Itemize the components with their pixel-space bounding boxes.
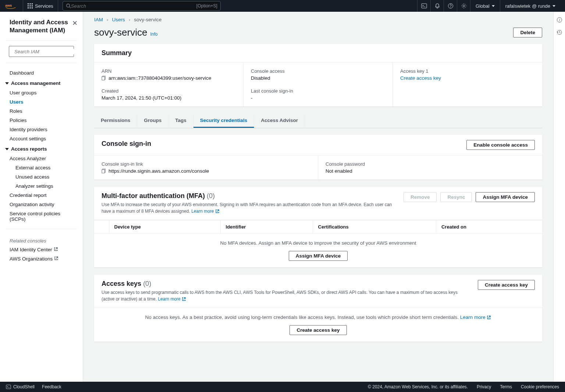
nav-aws-organizations[interactable]: AWS Organizations [4, 254, 79, 263]
mfa-panel: Multi-factor authentication (MFA) (0) Us… [94, 187, 542, 267]
svg-rect-21 [102, 170, 104, 173]
info-link[interactable]: Info [150, 32, 157, 37]
caret-down-icon [552, 5, 555, 7]
mfa-col-device-type[interactable]: Device type [109, 220, 220, 234]
tab-groups[interactable]: Groups [137, 114, 168, 128]
tab-security-credentials[interactable]: Security credentials [193, 114, 254, 128]
cloudshell-icon[interactable] [417, 0, 430, 12]
region-selector[interactable]: Global [470, 0, 500, 12]
create-access-key-link[interactable]: Create access key [400, 75, 441, 81]
signin-link-value: https://runde.signin.aws.amazon.com/cons… [109, 168, 209, 174]
nav-external-access[interactable]: External access [4, 163, 79, 172]
external-link-icon [54, 247, 58, 251]
services-label: Services [35, 3, 53, 9]
tab-permissions[interactable]: Permissions [94, 114, 137, 128]
nav-scps[interactable]: Service control policies (SCPs) [4, 209, 79, 224]
access-keys-empty-learn-link[interactable]: Learn more [460, 314, 491, 320]
global-search-input[interactable] [71, 3, 196, 9]
console-password-value: Not enabled [326, 168, 535, 174]
console-access-label: Console access [251, 68, 385, 74]
sidebar: Identity and Access Management (IAM) ✕ D… [0, 12, 83, 382]
svg-rect-19 [102, 77, 104, 80]
page-title: sovy-service Info [94, 27, 158, 38]
access-keys-learn-more-link[interactable]: Learn more [158, 296, 186, 302]
enable-console-access-button[interactable]: Enable console access [466, 140, 535, 150]
nav-organization-activity[interactable]: Organization activity [4, 200, 79, 209]
search-shortcut-hint: [Option+S] [196, 3, 217, 8]
console-signin-title: Console sign-in [102, 140, 151, 148]
mfa-col-identifier[interactable]: Identifier [220, 220, 313, 234]
nav-policies[interactable]: Policies [4, 116, 79, 125]
mfa-empty-state: No MFA devices. Assign an MFA device to … [94, 234, 542, 267]
nav-credential-report[interactable]: Credential report [4, 191, 79, 200]
access-keys-empty-state: No access keys. As a best practice, avoi… [94, 308, 542, 342]
nav-user-groups[interactable]: User groups [4, 88, 79, 97]
access-keys-title: Access keys (0) [102, 280, 470, 288]
global-search[interactable]: [Option+S] [63, 1, 221, 11]
access-keys-description: Use access keys to send programmatic cal… [102, 289, 470, 302]
mfa-title: Multi-factor authentication (MFA) (0) [102, 192, 396, 200]
nav-dashboard[interactable]: Dashboard [4, 68, 79, 78]
services-menu[interactable]: Services [23, 0, 58, 12]
breadcrumb-iam[interactable]: IAM [94, 17, 103, 22]
sidebar-title: Identity and Access Management (IAM) [10, 18, 72, 35]
mfa-remove-button: Remove [404, 192, 437, 202]
svg-point-15 [463, 5, 465, 7]
nav-section-access-reports[interactable]: Access reports [4, 143, 79, 154]
external-link-icon [54, 256, 58, 260]
breadcrumb-users[interactable]: Users [112, 17, 125, 22]
nav-roles[interactable]: Roles [4, 107, 79, 116]
help-icon[interactable]: ? [444, 0, 457, 12]
tab-tags[interactable]: Tags [168, 114, 193, 128]
sidebar-search[interactable] [9, 46, 74, 57]
settings-icon[interactable] [457, 0, 470, 12]
nav-iam-identity-center[interactable]: IAM Identity Center [4, 245, 79, 254]
nav-account-settings[interactable]: Account settings [4, 134, 79, 143]
svg-rect-12 [422, 4, 427, 8]
mfa-table: Device type Identifier Certifications Cr… [94, 220, 542, 234]
svg-rect-3 [32, 3, 33, 4]
nav-section-access-management[interactable]: Access management [4, 78, 79, 88]
mfa-assign-button[interactable]: Assign MFA device [476, 192, 535, 202]
svg-line-11 [69, 7, 71, 8]
mfa-col-created[interactable]: Created on [436, 220, 542, 234]
nav-analyzer-settings[interactable]: Analyzer settings [4, 181, 79, 191]
last-signin-value: - [251, 95, 385, 101]
notifications-icon[interactable] [430, 0, 444, 12]
create-access-key-button[interactable]: Create access key [478, 280, 535, 290]
top-navigation: aws Services [Option+S] ? Global rafalsw… [0, 0, 565, 12]
summary-panel: Summary ARN arn:aws:iam::737880404399:us… [94, 44, 542, 107]
svg-text:aws: aws [5, 3, 12, 7]
close-sidebar-icon[interactable]: ✕ [72, 18, 78, 27]
info-panel-icon[interactable]: i [557, 17, 562, 23]
tab-access-advisor[interactable]: Access Advisor [254, 114, 305, 128]
nav-unused-access[interactable]: Unused access [4, 172, 79, 181]
aws-logo[interactable]: aws [4, 3, 17, 9]
access-keys-count: (0) [143, 280, 151, 287]
nav-access-analyzer[interactable]: Access Analyzer [4, 154, 79, 163]
search-icon [66, 3, 71, 8]
svg-rect-7 [28, 7, 29, 8]
main-content: IAM › Users › sovy-service sovy-service … [83, 12, 553, 382]
sidebar-search-input[interactable] [14, 49, 77, 54]
chevron-right-icon: › [129, 17, 131, 22]
history-icon[interactable] [557, 29, 562, 35]
related-consoles-label: Related consoles [4, 234, 79, 245]
account-menu[interactable]: rafalswietek @ runde [500, 0, 561, 12]
access-keys-panel: Access keys (0) Use access keys to send … [94, 275, 542, 342]
last-signin-label: Last console sign-in [251, 88, 385, 94]
create-access-key-empty-button[interactable]: Create access key [289, 325, 347, 335]
copy-icon[interactable] [102, 169, 106, 173]
mfa-learn-more-link[interactable]: Learn more [191, 209, 220, 214]
mfa-assign-empty-button[interactable]: Assign MFA device [289, 251, 348, 261]
right-rail: i [553, 12, 565, 382]
delete-button[interactable]: Delete [513, 28, 542, 37]
mfa-col-checkbox [94, 220, 109, 234]
nav-users[interactable]: Users [4, 97, 79, 107]
mfa-col-certifications[interactable]: Certifications [313, 220, 436, 234]
mfa-count: (0) [207, 192, 215, 199]
nav-identity-providers[interactable]: Identity providers [4, 125, 79, 134]
arn-label: ARN [102, 68, 236, 74]
created-label: Created [102, 88, 236, 94]
copy-icon[interactable] [102, 76, 106, 80]
